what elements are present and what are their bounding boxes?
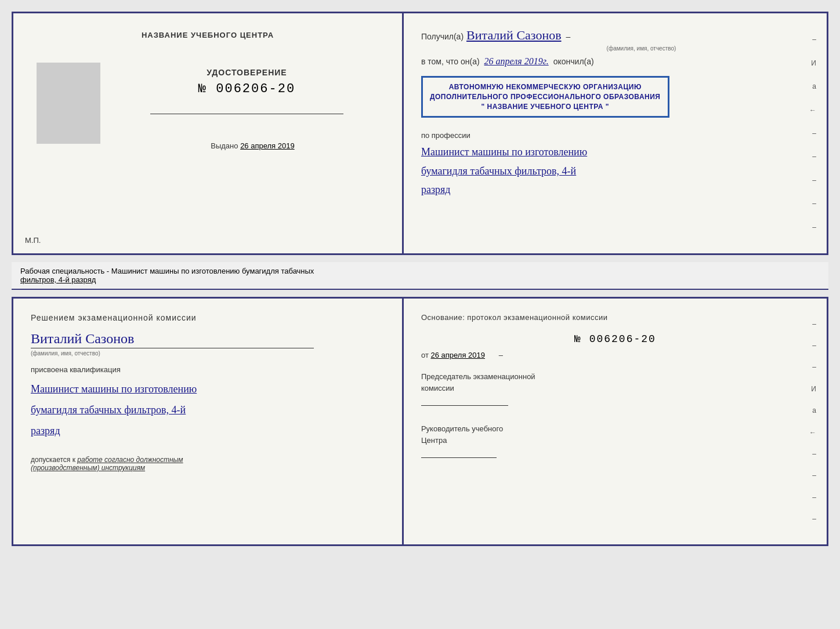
dash-separator: – <box>566 32 571 41</box>
bottom-heading: Решением экзаменационной комиссии <box>31 313 385 322</box>
right-side-decorations: – И а ← – – – – – <box>809 13 816 253</box>
cert-divider-line <box>150 114 343 114</box>
okonchil-label: окончил(а) <box>553 57 594 66</box>
bottom-certificate-book: Решением экзаменационной комиссии Витали… <box>12 297 828 546</box>
cert-udostoverenie-label: УДОСТОВЕРЕНИЕ <box>207 68 287 77</box>
bottom-prof-line3: разряд <box>31 420 385 441</box>
bottom-right-ot-date: 26 апреля 2019 <box>430 351 485 359</box>
bottom-name: Виталий Сазонов <box>31 331 385 347</box>
stamp-line2: ДОПОЛНИТЕЛЬНОГО ПРОФЕССИОНАЛЬНОГО ОБРАЗО… <box>430 92 661 102</box>
bottom-left-page: Решением экзаменационной комиссии Витали… <box>13 299 404 544</box>
bottom-rukov-line <box>421 457 497 458</box>
bottom-fio-caption: (фамилия, имя, отчество) <box>31 350 385 357</box>
bottom-dopusk-italic: работе согласно должностным <box>77 456 183 464</box>
bottom-right-page: Основание: протокол экзаменационной коми… <box>404 299 827 544</box>
bottom-prof-line2: бумагидля табачных фильтров, 4-й <box>31 399 385 420</box>
vtom-row: в том, что он(а) 26 апреля 2019г. окончи… <box>421 56 809 67</box>
cert-number: № 006206-20 <box>198 82 295 96</box>
stamp-line3: " НАЗВАНИЕ УЧЕБНОГО ЦЕНТРА " <box>430 102 661 112</box>
cert-photo <box>37 63 100 144</box>
bottom-fio-line <box>31 348 314 348</box>
bottom-chairman-line <box>421 405 508 406</box>
bottom-osnov: Основание: протокол экзаменационной коми… <box>421 313 809 322</box>
cert-left-header: НАЗВАНИЕ УЧЕБНОГО ЦЕНТРА <box>142 31 274 39</box>
annotation-bar: Рабочая специальность - Машинист машины … <box>12 262 828 290</box>
recipient-name: Виталий Сазонов <box>466 28 561 43</box>
cert-vydano-label: Выдано 26 апреля 2019 <box>211 141 294 150</box>
cert-right-page: Получил(а) Виталий Сазонов – (фамилия, и… <box>404 13 827 253</box>
bottom-right-number: № 006206-20 <box>421 333 809 345</box>
profession-line2: бумагидля табачных фильтров, 4-й <box>421 162 809 180</box>
annotation-text-underline: фильтров, 4-й разряд <box>20 275 96 284</box>
bottom-prisvoena-label: присвоена квалификация <box>31 365 385 374</box>
bottom-dopusk: допускается к работе согласно должностны… <box>31 456 385 472</box>
po-professii-label: по профессии <box>421 131 809 140</box>
profession-line3: разряд <box>421 180 809 199</box>
annotation-text-normal: Рабочая специальность - Машинист машины … <box>20 267 314 275</box>
cert-vydano-date: 26 апреля 2019 <box>240 141 295 150</box>
bottom-dopusk-italic2: (производственным) инструкциям <box>31 464 145 472</box>
fio-caption-top: (фамилия, имя, отчество) <box>473 45 809 52</box>
bottom-right-ot: от 26 апреля 2019 – <box>421 351 809 359</box>
stamp-box: АВТОНОМНУЮ НЕКОММЕРЧЕСКУЮ ОРГАНИЗАЦИЮ ДО… <box>421 76 669 118</box>
stamp-line1: АВТОНОМНУЮ НЕКОММЕРЧЕСКУЮ ОРГАНИЗАЦИЮ <box>430 82 661 92</box>
vtom-prefix: в том, что он(а) <box>421 57 480 66</box>
mp-label: М.П. <box>25 236 41 245</box>
bottom-chairman: Председатель экзаменационной комиссии <box>421 371 809 406</box>
poluchil-label: Получил(а) <box>421 32 464 41</box>
bottom-right-side-decorations: – – – И а ← – – – – <box>809 299 816 544</box>
bottom-prof-line1: Машинист машины по изготовлению <box>31 379 385 399</box>
bottom-rukov: Руководитель учебного Центра <box>421 423 809 458</box>
profession-line1: Машинист машины по изготовлению <box>421 143 809 161</box>
top-certificate-book: НАЗВАНИЕ УЧЕБНОГО ЦЕНТРА УДОСТОВЕРЕНИЕ №… <box>12 12 828 255</box>
cert-date: 26 апреля 2019г. <box>484 56 549 67</box>
cert-left-page: НАЗВАНИЕ УЧЕБНОГО ЦЕНТРА УДОСТОВЕРЕНИЕ №… <box>13 13 404 253</box>
